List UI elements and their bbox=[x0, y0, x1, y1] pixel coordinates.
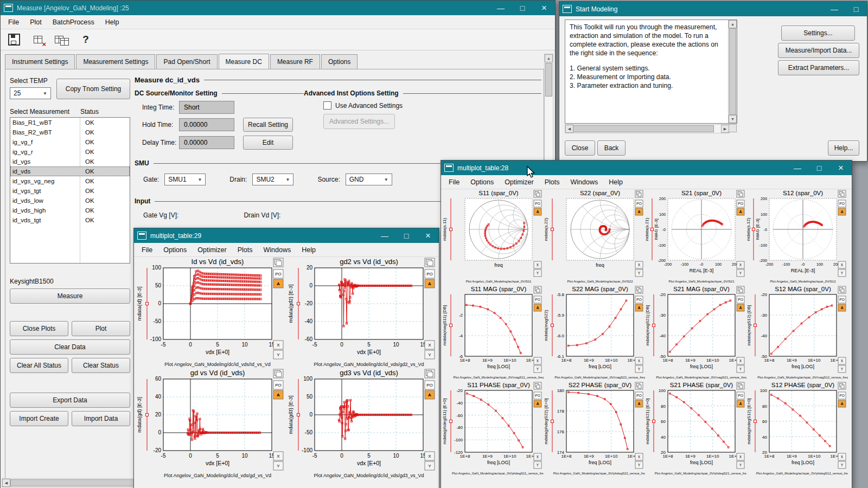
x-axis-button[interactable]: X bbox=[737, 357, 744, 364]
po-button[interactable]: PO bbox=[534, 296, 541, 303]
autoscale-button[interactable]: A bbox=[635, 400, 643, 407]
tab-measure-dc[interactable]: Measure DC bbox=[219, 54, 269, 69]
extract-parameters-button[interactable]: Extract Parameters... bbox=[778, 60, 859, 75]
autoscale-button[interactable]: A bbox=[737, 208, 744, 215]
y-axis-button[interactable]: Y bbox=[838, 269, 846, 277]
plot-window-icon[interactable] bbox=[635, 286, 643, 293]
po-button[interactable]: PO bbox=[737, 296, 744, 303]
source-select[interactable]: GND ▼ bbox=[346, 174, 392, 185]
abort-measure-icon[interactable]: × bbox=[31, 33, 45, 47]
scroll-down-icon[interactable]: ▼ bbox=[729, 115, 737, 123]
menu-help[interactable]: Help bbox=[296, 244, 321, 256]
scroll-up-icon[interactable]: ▲ bbox=[729, 20, 737, 28]
delay-time-field[interactable]: 0.00000 bbox=[179, 136, 234, 149]
import-data-button[interactable]: Import Data bbox=[72, 411, 130, 426]
maximize-button[interactable]: □ bbox=[395, 228, 417, 243]
y-axis-button[interactable]: Y bbox=[273, 350, 283, 359]
x-axis-button[interactable]: X bbox=[425, 341, 435, 349]
menu-help[interactable]: Help bbox=[100, 16, 125, 28]
autoscale-button[interactable]: A bbox=[273, 279, 283, 288]
scroll-right-icon[interactable]: ▶ bbox=[721, 125, 729, 133]
settings-button[interactable]: Settings... bbox=[781, 25, 855, 41]
help-button[interactable]: Help... bbox=[828, 140, 859, 156]
plot-window-icon[interactable] bbox=[534, 286, 541, 293]
close-button[interactable]: × bbox=[830, 160, 852, 175]
measure-titlebar[interactable]: Measure [Angelov_GaN_Modeling] :25 — □ × bbox=[1, 1, 555, 15]
minimize-button[interactable]: — bbox=[374, 228, 395, 243]
clear-status-button[interactable]: Clear Status bbox=[72, 358, 130, 373]
measurement-row[interactable]: id_vds_lowOK bbox=[10, 196, 130, 206]
measurement-row[interactable]: id_vds_tgtOK bbox=[10, 215, 130, 225]
y-axis-button[interactable]: Y bbox=[635, 461, 643, 468]
close-button[interactable]: × bbox=[417, 228, 439, 243]
menu-optimizer[interactable]: Optimizer bbox=[192, 244, 232, 256]
measurement-row[interactable]: ig_vg_rOK bbox=[10, 147, 130, 157]
x-axis-button[interactable]: X bbox=[838, 357, 846, 364]
menu-windows[interactable]: Windows bbox=[258, 244, 297, 256]
y-axis-button[interactable]: Y bbox=[273, 461, 283, 470]
y-axis-button[interactable]: Y bbox=[737, 269, 744, 277]
x-axis-button[interactable]: X bbox=[635, 261, 643, 268]
copy-tnom-button[interactable]: Copy Tnom Setting bbox=[56, 79, 130, 99]
plot-button[interactable]: Plot bbox=[72, 321, 130, 336]
y-axis-button[interactable]: Y bbox=[635, 365, 643, 373]
maximize-button[interactable]: □ bbox=[512, 1, 533, 15]
start-modeling-titlebar[interactable]: Start Modeling — □ bbox=[559, 2, 867, 16]
autoscale-button[interactable]: A bbox=[534, 208, 541, 215]
measurement-row[interactable]: id_vgs_vg_negOK bbox=[10, 176, 130, 186]
plot-window-icon[interactable] bbox=[635, 190, 643, 197]
maximize-button[interactable]: □ bbox=[845, 2, 867, 16]
plot-window-icon[interactable] bbox=[534, 382, 541, 389]
measurement-row[interactable]: Bias_R2_wBTOK bbox=[10, 127, 130, 137]
y-axis-button[interactable]: Y bbox=[737, 461, 744, 468]
po-button[interactable]: PO bbox=[425, 269, 435, 278]
maximize-button[interactable]: □ bbox=[808, 160, 830, 175]
recall-setting-button[interactable]: Recall Setting bbox=[243, 118, 293, 132]
plot-window-icon[interactable] bbox=[737, 190, 744, 197]
hold-time-field[interactable]: 0.00000 bbox=[179, 118, 234, 131]
minimize-button[interactable]: — bbox=[824, 2, 845, 16]
menu-options[interactable]: Options bbox=[158, 244, 192, 256]
po-button[interactable]: PO bbox=[534, 200, 541, 207]
autoscale-button[interactable]: A bbox=[425, 390, 435, 399]
po-button[interactable]: PO bbox=[635, 296, 643, 303]
scroll-left-icon[interactable]: ◀ bbox=[565, 125, 573, 133]
menu-file[interactable]: File bbox=[443, 176, 465, 188]
instructions-textarea[interactable]: This Toolkit will run you through the me… bbox=[565, 20, 737, 124]
measurement-list[interactable]: Bias_R1_wBTOKBias_R2_wBTOKig_vg_fOKig_vg… bbox=[10, 117, 130, 264]
y-axis-button[interactable]: Y bbox=[838, 365, 846, 373]
measurement-row[interactable]: id_vdsOK bbox=[10, 166, 130, 176]
autoscale-button[interactable]: A bbox=[838, 208, 846, 215]
plot-window-icon[interactable] bbox=[838, 382, 846, 389]
po-button[interactable]: PO bbox=[838, 392, 846, 399]
menu-help[interactable]: Help bbox=[603, 176, 628, 188]
y-axis-button[interactable]: Y bbox=[737, 365, 744, 373]
x-axis-button[interactable]: X bbox=[273, 452, 283, 460]
y-axis-button[interactable]: Y bbox=[534, 269, 541, 277]
autoscale-button[interactable]: A bbox=[425, 279, 435, 288]
po-button[interactable]: PO bbox=[737, 200, 744, 207]
autoscale-button[interactable]: A bbox=[273, 390, 283, 399]
menu-windows[interactable]: Windows bbox=[565, 176, 604, 188]
edit-button[interactable]: Edit bbox=[243, 136, 293, 150]
temp-select[interactable]: 25 ▼ bbox=[10, 87, 51, 99]
plot-window-icon[interactable] bbox=[737, 286, 744, 293]
close-button[interactable]: Close bbox=[565, 140, 595, 156]
text-vertical-scrollbar[interactable]: ▲ ▼ bbox=[728, 20, 737, 123]
autoscale-button[interactable]: A bbox=[737, 304, 744, 311]
autoscale-button[interactable]: A bbox=[534, 304, 541, 311]
po-button[interactable]: PO bbox=[273, 269, 283, 278]
scroll-thumb[interactable] bbox=[545, 63, 552, 97]
scroll-up-icon[interactable]: ▲ bbox=[545, 54, 553, 62]
y-axis-button[interactable]: Y bbox=[838, 461, 846, 468]
clear-all-status-button[interactable]: Clear All Status bbox=[10, 358, 68, 373]
tab-measure-rf[interactable]: Measure RF bbox=[270, 54, 320, 69]
help-icon[interactable]: ? bbox=[79, 33, 93, 47]
multiplot-28-titlebar[interactable]: multiplot_table:28 — □ × bbox=[441, 160, 852, 175]
menu-plots[interactable]: Plots bbox=[539, 176, 565, 188]
autoscale-button[interactable]: A bbox=[838, 400, 846, 407]
plot-window-icon[interactable] bbox=[838, 190, 846, 197]
multiplot-29-titlebar[interactable]: multiplot_table:29 — □ × bbox=[134, 228, 439, 243]
x-axis-button[interactable]: X bbox=[273, 341, 283, 349]
x-axis-button[interactable]: X bbox=[635, 453, 643, 460]
